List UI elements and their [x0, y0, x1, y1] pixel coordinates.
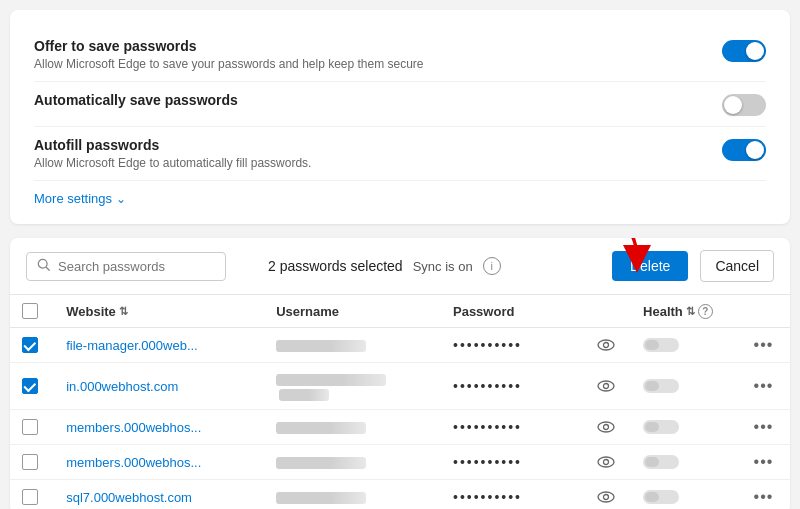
header-checkbox-col [10, 295, 54, 328]
toolbar-center: 2 passwords selected Sync is on i [238, 257, 600, 275]
auto-save-track[interactable] [722, 94, 766, 116]
offer-save-toggle[interactable] [722, 40, 766, 62]
password-dots-row4: •••••••••• [453, 454, 522, 470]
row-checkbox-row1[interactable] [22, 337, 38, 353]
svg-point-4 [598, 381, 614, 391]
health-pill-row1 [643, 338, 679, 352]
health-pill-row2 [643, 379, 679, 393]
password-dots-row1: •••••••••• [453, 337, 522, 353]
header-more-col [742, 295, 790, 328]
cancel-button[interactable]: Cancel [700, 250, 774, 282]
eye-icon-row1[interactable] [597, 337, 615, 354]
password-table: Website ⇅ Username Password Health ⇅ ? [10, 295, 790, 509]
svg-point-11 [603, 494, 608, 499]
svg-point-7 [603, 424, 608, 429]
chevron-down-icon: ⌄ [116, 192, 126, 206]
search-box[interactable] [26, 252, 226, 281]
password-dots-row5: •••••••••• [453, 489, 522, 505]
autofill-text: Autofill passwords Allow Microsoft Edge … [34, 137, 722, 170]
autofill-toggle[interactable] [722, 139, 766, 161]
more-button-row3[interactable]: ••• [754, 418, 774, 435]
username-blurred-row5 [276, 492, 366, 504]
autofill-desc: Allow Microsoft Edge to automatically fi… [34, 156, 702, 170]
username-blurred-row3 [276, 422, 366, 434]
website-link-row5[interactable]: sql7.000webhost.com [66, 490, 192, 505]
auto-save-toggle[interactable] [722, 94, 766, 116]
selected-count: 2 passwords selected [268, 258, 403, 274]
password-dots-row3: •••••••••• [453, 419, 522, 435]
website-sort-icon: ⇅ [119, 305, 128, 318]
more-button-row5[interactable]: ••• [754, 488, 774, 505]
svg-point-9 [603, 459, 608, 464]
header-eye-col [585, 295, 631, 328]
more-settings-label: More settings [34, 191, 112, 206]
health-sort[interactable]: Health ⇅ ? [643, 304, 713, 319]
svg-point-10 [598, 492, 614, 502]
svg-line-1 [46, 267, 49, 270]
table-row: file-manager.000web...••••••••••••• [10, 328, 790, 363]
header-password: Password [441, 295, 585, 328]
offer-save-title: Offer to save passwords [34, 38, 702, 54]
search-input[interactable] [58, 259, 215, 274]
row-checkbox-row4[interactable] [22, 454, 38, 470]
website-link-row3[interactable]: members.000webhos... [66, 420, 201, 435]
settings-card: Offer to save passwords Allow Microsoft … [10, 10, 790, 224]
username-blurred2-row2 [279, 389, 329, 401]
offer-save-row: Offer to save passwords Allow Microsoft … [34, 28, 766, 82]
row-checkbox-row3[interactable] [22, 419, 38, 435]
autofill-track[interactable] [722, 139, 766, 161]
offer-save-desc: Allow Microsoft Edge to save your passwo… [34, 57, 702, 71]
more-button-row2[interactable]: ••• [754, 377, 774, 394]
more-settings-link[interactable]: More settings ⌄ [34, 191, 766, 206]
svg-point-8 [598, 457, 614, 467]
table-header-row: Website ⇅ Username Password Health ⇅ ? [10, 295, 790, 328]
auto-save-thumb [724, 96, 742, 114]
info-icon[interactable]: i [483, 257, 501, 275]
autofill-title: Autofill passwords [34, 137, 702, 153]
list-toolbar: 2 passwords selected Sync is on i Delete… [10, 238, 790, 295]
eye-icon-row5[interactable] [597, 489, 615, 506]
website-link-row1[interactable]: file-manager.000web... [66, 338, 198, 353]
eye-icon-row2[interactable] [597, 378, 615, 395]
row-checkbox-row2[interactable] [22, 378, 38, 394]
svg-point-3 [603, 342, 608, 347]
sync-label: Sync is on [413, 259, 473, 274]
website-link-row2[interactable]: in.000webhost.com [66, 379, 178, 394]
health-help-icon[interactable]: ? [698, 304, 713, 319]
eye-icon-row4[interactable] [597, 454, 615, 471]
table-row: in.000webhost.com••••••••••••• [10, 363, 790, 410]
offer-save-track[interactable] [722, 40, 766, 62]
header-website: Website ⇅ [54, 295, 264, 328]
auto-save-text: Automatically save passwords [34, 92, 722, 111]
autofill-thumb [746, 141, 764, 159]
svg-point-6 [598, 422, 614, 432]
password-list-card: 2 passwords selected Sync is on i Delete… [10, 238, 790, 509]
website-sort[interactable]: Website ⇅ [66, 304, 128, 319]
table-row: sql7.000webhost.com••••••••••••• [10, 480, 790, 510]
header-health: Health ⇅ ? [631, 295, 742, 328]
search-icon [37, 258, 51, 275]
password-table-body: file-manager.000web...•••••••••••••in.00… [10, 328, 790, 510]
eye-icon-row3[interactable] [597, 419, 615, 436]
health-pill-row5 [643, 490, 679, 504]
svg-point-5 [603, 383, 608, 388]
offer-save-thumb [746, 42, 764, 60]
username-blurred-row2 [276, 374, 386, 386]
website-link-row4[interactable]: members.000webhos... [66, 455, 201, 470]
auto-save-title: Automatically save passwords [34, 92, 702, 108]
password-dots-row2: •••••••••• [453, 378, 522, 394]
health-sort-icon: ⇅ [686, 305, 695, 318]
more-button-row1[interactable]: ••• [754, 336, 774, 353]
table-row: members.000webhos...••••••••••••• [10, 410, 790, 445]
delete-button[interactable]: Delete [612, 251, 688, 281]
delete-btn-wrapper: Delete [612, 251, 688, 281]
health-pill-row3 [643, 420, 679, 434]
more-button-row4[interactable]: ••• [754, 453, 774, 470]
auto-save-row: Automatically save passwords [34, 82, 766, 127]
select-all-checkbox[interactable] [22, 303, 38, 319]
health-pill-row4 [643, 455, 679, 469]
row-checkbox-row5[interactable] [22, 489, 38, 505]
header-username: Username [264, 295, 441, 328]
username-blurred-row4 [276, 457, 366, 469]
autofill-row: Autofill passwords Allow Microsoft Edge … [34, 127, 766, 181]
